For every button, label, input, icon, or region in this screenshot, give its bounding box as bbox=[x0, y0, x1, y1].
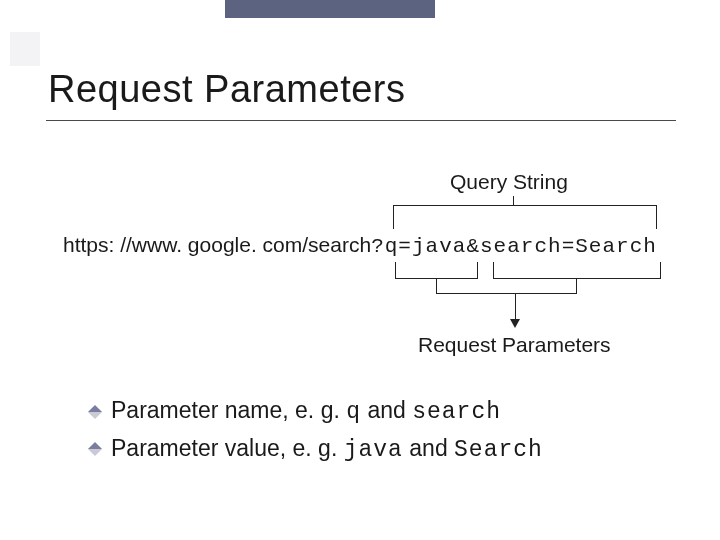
bullet-mid: and bbox=[403, 435, 454, 461]
bullet-mid: and bbox=[361, 397, 412, 423]
conn-v1 bbox=[436, 279, 437, 293]
eq2: = bbox=[562, 235, 576, 258]
conn-v2 bbox=[576, 279, 577, 293]
code-text: Search bbox=[454, 437, 543, 463]
conn-down bbox=[515, 293, 516, 321]
bullet-icon bbox=[88, 405, 102, 419]
url-qmark: ? bbox=[371, 235, 385, 258]
slide: Request Parameters Query String https: /… bbox=[0, 0, 720, 540]
bracket-bot-param1 bbox=[395, 262, 478, 279]
bracket-stem-top bbox=[513, 196, 514, 205]
arrowhead-icon bbox=[510, 319, 520, 328]
query-string-label: Query String bbox=[450, 170, 568, 194]
list-item: Parameter name, e. g. q and search bbox=[90, 393, 543, 431]
code-text: java bbox=[344, 437, 403, 463]
title-underline bbox=[46, 120, 676, 121]
eq1: = bbox=[398, 235, 412, 258]
bullet-text: Parameter value, e. g. bbox=[111, 435, 344, 461]
url-base: https: //www. google. com/search bbox=[63, 233, 371, 256]
list-item: Parameter value, e. g. java and Search bbox=[90, 431, 543, 469]
corner-decoration bbox=[10, 32, 40, 66]
bullet-list: Parameter name, e. g. q and search Param… bbox=[90, 393, 543, 468]
bracket-bot-param2 bbox=[493, 262, 661, 279]
code-text: q bbox=[346, 399, 361, 425]
bullet-icon bbox=[88, 442, 102, 456]
bracket-top-query bbox=[393, 205, 657, 229]
slide-title: Request Parameters bbox=[48, 68, 406, 111]
param2-value: Search bbox=[575, 235, 657, 258]
conn-h bbox=[436, 293, 577, 294]
code-text: search bbox=[412, 399, 501, 425]
url-amp: & bbox=[466, 235, 480, 258]
param2-name: search bbox=[480, 235, 562, 258]
bullet-text: Parameter name, e. g. bbox=[111, 397, 346, 423]
url-line: https: //www. google. com/search?q=java&… bbox=[63, 233, 657, 258]
request-params-label: Request Parameters bbox=[418, 333, 611, 357]
param1-value: java bbox=[412, 235, 466, 258]
param1-name: q bbox=[385, 235, 399, 258]
top-accent-bar bbox=[225, 0, 435, 18]
